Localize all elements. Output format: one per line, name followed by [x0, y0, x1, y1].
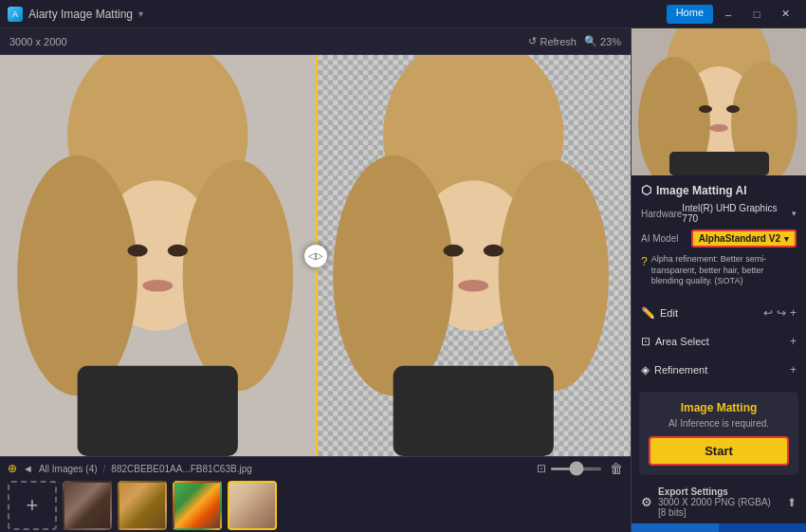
svg-point-6: [128, 245, 148, 257]
thumbnail-1[interactable]: [63, 481, 112, 530]
svg-point-19: [443, 245, 463, 257]
fit-icon: ⊡: [537, 462, 546, 475]
export-settings-toggle[interactable]: ⬆: [787, 496, 797, 509]
edit-expand-icon[interactable]: +: [790, 306, 797, 320]
model-value: AlphaStandard V2: [699, 233, 780, 244]
image-count: All Images (4): [39, 464, 98, 474]
export-buttons: Single Export Batch Export: [632, 523, 806, 532]
canvas-area: 3000 x 2000 ↺ Refresh 🔍 23%: [0, 28, 631, 532]
refinement-title: Refinement: [654, 364, 707, 376]
svg-point-30: [709, 124, 728, 132]
info-icon: ?: [641, 255, 648, 268]
zoom-display: 🔍 23%: [584, 35, 621, 47]
home-button[interactable]: Home: [667, 5, 713, 24]
filmstrip-controls: ⊡ 🗑: [537, 461, 623, 476]
thumbnail-3[interactable]: [173, 481, 222, 530]
export-settings-detail: 3000 X 2000 PNG (RGBA) [8 bits]: [658, 497, 781, 518]
refinement-label: ◈ Refinement: [641, 363, 707, 376]
main-container: 3000 x 2000 ↺ Refresh 🔍 23%: [0, 28, 806, 532]
zoom-icon: 🔍: [584, 35, 597, 47]
refresh-label: Refresh: [540, 36, 577, 47]
filmstrip: ⊕ ◄ All Images (4) / 882CBEBE01AA...FB81…: [0, 456, 631, 532]
close-button[interactable]: ✕: [772, 5, 798, 24]
edit-title: Edit: [660, 307, 678, 319]
titlebar: A Aiarty Image Matting ▾ Home – □ ✕: [0, 0, 806, 28]
hardware-label: Hardware: [641, 209, 682, 219]
svg-rect-5: [78, 366, 238, 456]
svg-rect-27: [669, 152, 769, 175]
svg-point-3: [17, 156, 137, 396]
maximize-button[interactable]: □: [743, 5, 770, 24]
canvas-right: [316, 55, 632, 456]
path-separator: /: [103, 464, 106, 474]
nav-back-btn[interactable]: ◄: [23, 463, 33, 474]
matting-ai-section: ⬡ Image Matting AI Hardware Intel(R) UHD…: [632, 175, 806, 297]
refresh-icon: ↺: [528, 35, 537, 47]
collapse-btn[interactable]: ⊕: [8, 462, 17, 475]
edit-label: ✏️ Edit: [641, 306, 678, 320]
add-image-button[interactable]: +: [8, 481, 57, 530]
start-button[interactable]: Start: [649, 436, 789, 466]
edit-icon: ✏️: [641, 306, 655, 320]
hardware-value-display[interactable]: Intel(R) UHD Graphics 770 ▾: [682, 203, 797, 224]
svg-point-7: [168, 245, 188, 257]
model-chevron-icon: ▾: [784, 234, 789, 244]
matting-subtitle: AI Inference is required.: [649, 418, 789, 429]
export-settings-label: Export Settings: [658, 486, 781, 497]
hardware-name: Intel(R) UHD Graphics 770: [682, 203, 789, 224]
preview-thumbnail: [632, 28, 806, 175]
filmstrip-thumbnails-row: +: [0, 478, 631, 532]
redo-icon[interactable]: ↪: [777, 306, 786, 320]
single-export-button[interactable]: Single Export: [632, 523, 719, 532]
svg-point-16: [333, 156, 453, 396]
canvas-drag-handle[interactable]: ◁▷: [304, 245, 327, 267]
titlebar-chevron-icon: ▾: [138, 9, 143, 19]
area-select-expand-icon[interactable]: +: [790, 335, 797, 348]
svg-point-28: [699, 105, 712, 113]
export-settings-info: Export Settings 3000 X 2000 PNG (RGBA) […: [658, 486, 781, 518]
area-select-label: ⊡ Area Select: [641, 335, 709, 348]
thumbnail-4[interactable]: [228, 481, 277, 530]
zoom-value: 23%: [600, 36, 621, 47]
section-header: ⬡ Image Matting AI: [641, 183, 797, 197]
svg-point-20: [483, 245, 503, 257]
model-label: AI Model: [641, 233, 678, 244]
export-settings-icon: ⚙: [641, 495, 652, 509]
app-logo: A: [8, 7, 23, 22]
app-title: Aiarty Image Matting: [28, 8, 133, 21]
thumbnail-2[interactable]: [118, 481, 167, 530]
refinement-section[interactable]: ◈ Refinement +: [632, 358, 806, 382]
refresh-button[interactable]: ↺ Refresh: [528, 35, 577, 47]
model-note-text: Alpha refinement: Better semi-transparen…: [651, 254, 797, 287]
edit-actions: ↩ ↪ +: [763, 306, 797, 320]
minimize-button[interactable]: –: [715, 5, 742, 24]
titlebar-left: A Aiarty Image Matting ▾: [8, 7, 143, 22]
refinement-expand-icon[interactable]: +: [790, 363, 797, 376]
batch-export-button[interactable]: Batch Export: [719, 523, 806, 532]
edit-section[interactable]: ✏️ Edit ↩ ↪ +: [632, 301, 806, 325]
filename-display: 882CBEBE01AA...FB81C63B.jpg: [111, 464, 531, 474]
model-select-dropdown[interactable]: AlphaStandard V2 ▾: [691, 229, 797, 248]
area-select-section[interactable]: ⊡ Area Select +: [632, 329, 806, 354]
refinement-icon: ◈: [641, 363, 650, 376]
delete-btn[interactable]: 🗑: [610, 461, 623, 476]
model-note: ? Alpha refinement: Better semi-transpar…: [641, 251, 797, 293]
svg-point-4: [183, 160, 293, 391]
filmstrip-toolbar: ⊕ ◄ All Images (4) / 882CBEBE01AA...FB81…: [0, 457, 631, 478]
titlebar-controls: Home – □ ✕: [667, 5, 798, 24]
dimension-display: 3000 x 2000: [9, 36, 67, 47]
zoom-slider[interactable]: [550, 468, 602, 470]
model-row: AI Model AlphaStandard V2 ▾: [641, 229, 797, 248]
canvas-left: [0, 55, 316, 456]
toolbar-right: ↺ Refresh 🔍 23%: [528, 35, 621, 47]
canvas-wrapper[interactable]: ◁▷: [0, 55, 631, 456]
section-title: ⬡ Image Matting AI: [641, 183, 747, 197]
matting-action-section: Image Matting AI Inference is required. …: [639, 392, 798, 475]
svg-point-8: [142, 280, 173, 292]
export-settings-row: ⚙ Export Settings 3000 X 2000 PNG (RGBA)…: [632, 481, 806, 523]
area-select-icon: ⊡: [641, 335, 650, 348]
svg-point-17: [498, 160, 608, 391]
section-title-text: Image Matting AI: [656, 184, 747, 197]
undo-icon[interactable]: ↩: [763, 306, 773, 320]
top-toolbar: 3000 x 2000 ↺ Refresh 🔍 23%: [0, 28, 631, 55]
